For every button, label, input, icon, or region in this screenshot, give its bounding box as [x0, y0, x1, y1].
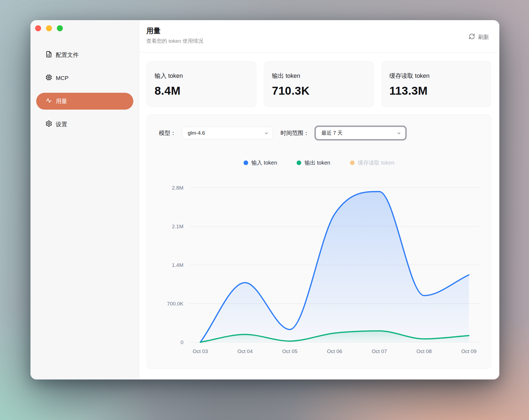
stat-card-cache-read-tokens: 缓存读取 token 113.3M — [382, 61, 491, 107]
sidebar-item-label: 设置 — [56, 121, 67, 128]
legend-item-cache-read-tokens[interactable]: 缓存读取 token — [350, 159, 394, 166]
chip-icon — [45, 74, 52, 82]
svg-text:Oct 09: Oct 09 — [461, 348, 476, 354]
legend-label: 缓存读取 token — [358, 159, 394, 166]
stat-label: 缓存读取 token — [389, 72, 483, 80]
svg-text:0: 0 — [180, 339, 183, 345]
svg-text:Oct 04: Oct 04 — [238, 348, 253, 354]
sidebar: 配置文件 MCP 用量 设置 — [30, 20, 139, 379]
sidebar-item-usage[interactable]: 用量 — [36, 93, 133, 110]
stat-value: 113.3M — [389, 84, 483, 97]
traffic-lights — [35, 25, 63, 31]
refresh-icon — [469, 33, 475, 41]
sidebar-nav: 配置文件 MCP 用量 设置 — [30, 47, 139, 133]
zoom-button[interactable] — [57, 25, 63, 31]
stat-card-input-tokens: 输入 token 8.4M — [147, 61, 256, 107]
time-range-select-value: 最近 7 天 — [321, 129, 343, 137]
legend-label: 输入 token — [251, 159, 277, 166]
model-select-value: glm-4.6 — [188, 130, 205, 136]
svg-text:Oct 07: Oct 07 — [372, 348, 387, 354]
model-filter-label: 模型： — [159, 129, 176, 137]
legend-label: 输出 token — [305, 159, 330, 166]
sidebar-item-settings[interactable]: 设置 — [36, 116, 133, 133]
chevron-down-icon — [397, 131, 401, 135]
minimize-button[interactable] — [46, 25, 52, 31]
legend-dot — [297, 160, 301, 165]
svg-text:1.4M: 1.4M — [172, 262, 183, 268]
page-header: 用量 查看您的 token 使用情况 刷新 — [139, 20, 499, 53]
refresh-label: 刷新 — [478, 33, 489, 41]
sidebar-item-profiles[interactable]: 配置文件 — [36, 47, 133, 63]
stat-value: 710.3K — [272, 84, 366, 97]
page-title: 用量 — [146, 26, 161, 36]
chart-legend: 输入 token 输出 token 缓存读取 token — [147, 159, 491, 166]
stat-cards: 输入 token 8.4M 输出 token 710.3K 缓存读取 token… — [147, 61, 491, 107]
time-range-select[interactable]: 最近 7 天 — [316, 127, 405, 139]
sidebar-item-label: 用量 — [56, 97, 67, 105]
svg-text:Oct 03: Oct 03 — [193, 348, 208, 354]
legend-item-output-tokens[interactable]: 输出 token — [297, 159, 330, 166]
stat-card-output-tokens: 输出 token 710.3K — [264, 61, 374, 107]
chevron-down-icon — [264, 131, 269, 135]
page-subtitle: 查看您的 token 使用情况 — [146, 38, 203, 45]
sidebar-item-label: MCP — [56, 75, 69, 81]
app-window: 配置文件 MCP 用量 设置 — [30, 20, 499, 379]
main-panel: 用量 查看您的 token 使用情况 刷新 输入 token 8.4M 输出 t… — [139, 20, 499, 379]
stat-label: 输入 token — [155, 72, 248, 80]
activity-icon — [45, 97, 52, 105]
svg-text:Oct 06: Oct 06 — [327, 348, 342, 354]
chart-filters: 模型： glm-4.6 时间范围： 最近 7 天 — [159, 127, 405, 139]
range-filter-label: 时间范围： — [281, 129, 309, 137]
svg-text:700.0K: 700.0K — [167, 301, 184, 307]
model-select[interactable]: glm-4.6 — [182, 127, 273, 139]
usage-area-chart: 0700.0K1.4M2.1M2.8MOct 03Oct 04Oct 05Oct… — [147, 175, 491, 365]
refresh-button[interactable]: 刷新 — [469, 33, 489, 41]
stat-label: 输出 token — [272, 72, 366, 80]
content: 输入 token 8.4M 输出 token 710.3K 缓存读取 token… — [139, 53, 499, 369]
usage-chart-card: 模型： glm-4.6 时间范围： 最近 7 天 — [147, 115, 491, 369]
stat-value: 8.4M — [155, 84, 248, 97]
legend-dot — [350, 160, 355, 165]
svg-text:2.1M: 2.1M — [172, 224, 183, 229]
svg-text:Oct 05: Oct 05 — [282, 348, 297, 354]
sidebar-item-mcp[interactable]: MCP — [36, 70, 133, 87]
file-json-icon — [45, 51, 52, 59]
gear-icon — [45, 120, 52, 128]
legend-item-input-tokens[interactable]: 输入 token — [244, 159, 277, 166]
legend-dot — [244, 160, 248, 165]
sidebar-item-label: 配置文件 — [56, 51, 79, 59]
svg-text:Oct 08: Oct 08 — [417, 348, 432, 354]
svg-text:2.8M: 2.8M — [172, 185, 183, 191]
close-button[interactable] — [35, 25, 41, 31]
